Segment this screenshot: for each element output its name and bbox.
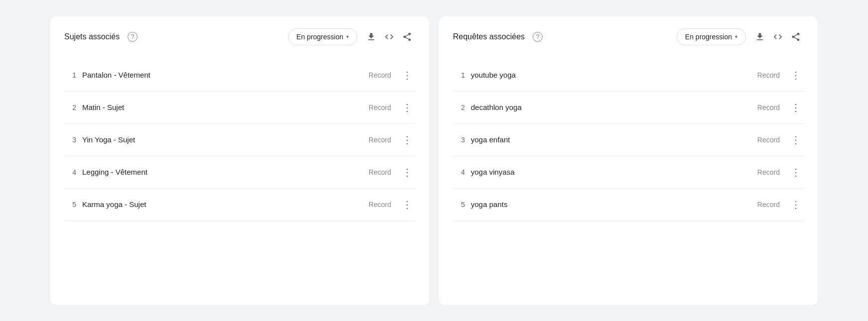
row-number: 4 — [64, 168, 76, 176]
chevron-down-icon: ▾ — [346, 34, 349, 39]
code-icon — [773, 32, 783, 42]
row-number: 1 — [453, 71, 465, 79]
left-header: Sujets associés ? En progression ▾ — [64, 28, 415, 45]
right-download-button[interactable] — [752, 29, 768, 45]
record-badge: Record — [369, 168, 391, 176]
record-badge: Record — [757, 201, 780, 209]
row-number: 1 — [64, 71, 76, 79]
row-number: 2 — [453, 104, 465, 111]
row-number: 3 — [64, 136, 76, 144]
share-icon — [402, 32, 412, 42]
right-header-icons — [752, 29, 804, 45]
record-badge: Record — [369, 71, 391, 79]
left-code-button[interactable] — [381, 29, 397, 45]
more-options-button[interactable]: ⋮ — [788, 133, 804, 147]
row-number: 5 — [453, 201, 465, 209]
left-header-icons — [363, 29, 415, 45]
record-badge: Record — [757, 104, 780, 111]
right-dropdown-label: En progression — [685, 33, 732, 41]
row-label: yoga enfant — [471, 135, 751, 144]
table-row: 3yoga enfantRecord⋮ — [453, 124, 804, 156]
row-label: yoga pants — [471, 200, 751, 209]
row-label: yoga vinyasa — [471, 168, 751, 176]
row-label: Pantalon - Vêtement — [82, 71, 363, 79]
chevron-down-icon: ▾ — [735, 34, 737, 39]
table-row: 2decathlon yogaRecord⋮ — [453, 92, 804, 124]
table-row: 5Karma yoga - SujetRecord⋮ — [64, 189, 415, 221]
right-title: Requêtes associées — [453, 32, 525, 41]
right-share-button[interactable] — [788, 29, 804, 45]
left-share-button[interactable] — [399, 29, 415, 45]
record-badge: Record — [369, 201, 391, 209]
row-label: Matin - Sujet — [82, 103, 363, 111]
table-row: 4Legging - VêtementRecord⋮ — [64, 156, 415, 189]
more-options-button[interactable]: ⋮ — [788, 165, 804, 179]
left-table: 1Pantalon - VêtementRecord⋮2Matin - Suje… — [64, 59, 415, 221]
right-dropdown[interactable]: En progression ▾ — [677, 28, 746, 45]
right-help-icon[interactable]: ? — [533, 32, 543, 42]
left-title: Sujets associés — [64, 32, 120, 41]
more-options-button[interactable]: ⋮ — [788, 68, 804, 82]
more-options-button[interactable]: ⋮ — [399, 198, 415, 212]
more-options-button[interactable]: ⋮ — [399, 133, 415, 147]
more-options-button[interactable]: ⋮ — [788, 101, 804, 114]
row-label: Yin Yoga - Sujet — [82, 135, 363, 144]
share-icon — [791, 32, 801, 42]
more-options-button[interactable]: ⋮ — [788, 198, 804, 212]
download-icon — [366, 32, 376, 42]
record-badge: Record — [369, 136, 391, 144]
row-number: 3 — [453, 136, 465, 144]
left-dropdown-label: En progression — [296, 33, 343, 41]
right-header: Requêtes associées ? En progression ▾ — [453, 28, 804, 45]
more-options-button[interactable]: ⋮ — [399, 101, 415, 114]
right-panel: Requêtes associées ? En progression ▾ — [439, 16, 818, 305]
download-icon — [755, 32, 765, 42]
record-badge: Record — [757, 168, 780, 176]
code-icon — [384, 32, 394, 42]
right-code-button[interactable] — [770, 29, 786, 45]
record-badge: Record — [757, 71, 780, 79]
left-dropdown[interactable]: En progression ▾ — [288, 28, 357, 45]
left-panel: Sujets associés ? En progression ▾ — [50, 16, 429, 305]
left-help-icon[interactable]: ? — [128, 32, 138, 42]
left-download-button[interactable] — [363, 29, 379, 45]
row-label: decathlon yoga — [471, 103, 751, 111]
row-number: 5 — [64, 201, 76, 209]
table-row: 1Pantalon - VêtementRecord⋮ — [64, 59, 415, 92]
table-row: 3Yin Yoga - SujetRecord⋮ — [64, 124, 415, 156]
table-row: 4yoga vinyasaRecord⋮ — [453, 156, 804, 189]
row-label: Karma yoga - Sujet — [82, 200, 363, 209]
row-number: 4 — [453, 168, 465, 176]
right-table: 1youtube yogaRecord⋮2decathlon yogaRecor… — [453, 59, 804, 221]
row-label: Legging - Vêtement — [82, 168, 363, 176]
record-badge: Record — [369, 104, 391, 111]
more-options-button[interactable]: ⋮ — [399, 68, 415, 82]
record-badge: Record — [757, 136, 780, 144]
more-options-button[interactable]: ⋮ — [399, 165, 415, 179]
table-row: 2Matin - SujetRecord⋮ — [64, 92, 415, 124]
table-row: 5yoga pantsRecord⋮ — [453, 189, 804, 221]
row-label: youtube yoga — [471, 71, 751, 79]
table-row: 1youtube yogaRecord⋮ — [453, 59, 804, 92]
row-number: 2 — [64, 104, 76, 111]
